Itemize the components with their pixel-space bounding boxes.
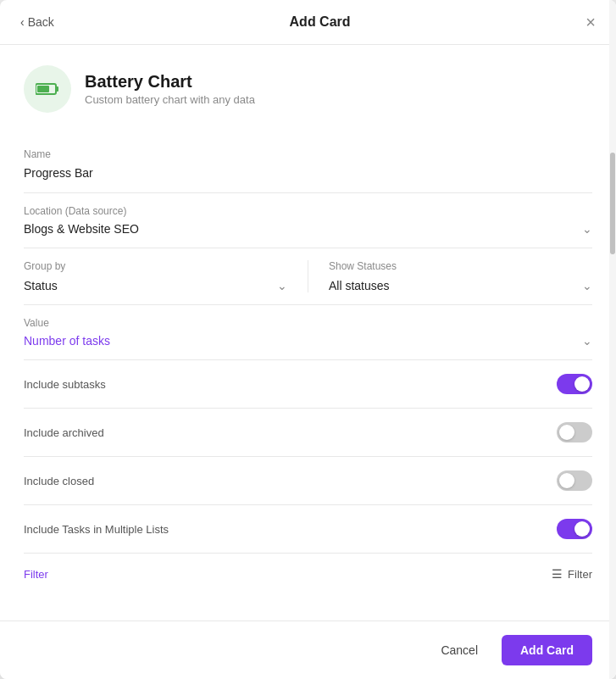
include-archived-toggle[interactable] xyxy=(557,422,592,442)
back-label: Back xyxy=(28,15,54,29)
form-section: Name Location (Data source) Blogs & Webs… xyxy=(24,136,592,594)
modal-footer: Cancel Add Card xyxy=(0,621,616,679)
modal-header: ‹ Back Add Card × xyxy=(0,0,616,45)
add-card-modal: ‹ Back Add Card × Battery Chart Custom b… xyxy=(0,0,616,679)
include-multiple-toggle[interactable] xyxy=(557,519,592,539)
card-info: Battery Chart Custom battery chart with … xyxy=(85,72,255,106)
location-label: Location (Data source) xyxy=(24,205,592,217)
scrollbar-track xyxy=(609,0,616,679)
group-statuses-row: Group by Status ⌄ Show Statuses All stat… xyxy=(24,248,592,305)
filter-icon: ☰ xyxy=(552,567,563,581)
include-multiple-thumb xyxy=(574,521,590,537)
close-icon: × xyxy=(585,13,596,31)
svg-rect-2 xyxy=(37,86,49,92)
filter-row: Filter ☰ Filter xyxy=(24,554,592,594)
filter-button[interactable]: ☰ Filter xyxy=(552,567,592,581)
filter-label: Filter xyxy=(24,568,48,581)
scrollbar-thumb[interactable] xyxy=(610,153,615,254)
value-label: Value xyxy=(24,317,592,329)
include-subtasks-row: Include subtasks xyxy=(24,360,592,409)
include-multiple-label: Include Tasks in Multiple Lists xyxy=(24,523,169,536)
filter-btn-label: Filter xyxy=(568,568,592,581)
location-select[interactable]: Blogs & Website SEO ⌄ xyxy=(24,222,592,236)
include-archived-thumb xyxy=(559,425,574,440)
name-input[interactable] xyxy=(24,166,592,180)
show-statuses-value: All statuses xyxy=(329,279,390,292)
include-closed-track xyxy=(557,470,592,491)
show-statuses-chevron-icon: ⌄ xyxy=(582,279,592,292)
name-field-group: Name xyxy=(24,136,592,193)
battery-icon xyxy=(36,82,59,96)
include-subtasks-thumb xyxy=(574,376,590,392)
include-closed-label: Include closed xyxy=(24,475,94,487)
modal-body: Battery Chart Custom battery chart with … xyxy=(0,45,616,621)
include-closed-row: Include closed xyxy=(24,457,592,505)
card-header: Battery Chart Custom battery chart with … xyxy=(24,65,592,113)
value-value: Number of tasks xyxy=(24,334,110,348)
value-chevron-icon: ⌄ xyxy=(582,334,592,348)
group-by-col: Group by Status ⌄ xyxy=(24,260,308,292)
card-type-desc: Custom battery chart with any data xyxy=(85,93,255,106)
location-value: Blogs & Website SEO xyxy=(24,222,139,236)
include-subtasks-label: Include subtasks xyxy=(24,378,106,391)
show-statuses-label: Show Statuses xyxy=(329,260,592,272)
include-archived-label: Include archived xyxy=(24,426,104,439)
location-field-group: Location (Data source) Blogs & Website S… xyxy=(24,193,592,248)
include-multiple-row: Include Tasks in Multiple Lists xyxy=(24,505,592,554)
group-by-label: Group by xyxy=(24,260,287,272)
include-multiple-track xyxy=(557,519,592,539)
cancel-button[interactable]: Cancel xyxy=(427,637,491,664)
group-by-chevron-icon: ⌄ xyxy=(277,279,287,292)
chevron-left-icon: ‹ xyxy=(20,15,25,29)
include-archived-track xyxy=(557,422,592,442)
show-statuses-select[interactable]: All statuses ⌄ xyxy=(329,279,592,292)
value-field-group: Value Number of tasks ⌄ xyxy=(24,305,592,360)
value-select[interactable]: Number of tasks ⌄ xyxy=(24,334,592,348)
cancel-label: Cancel xyxy=(441,643,478,657)
include-closed-toggle[interactable] xyxy=(557,470,592,491)
group-by-value: Status xyxy=(24,279,58,292)
include-archived-row: Include archived xyxy=(24,409,592,457)
back-button[interactable]: ‹ Back xyxy=(20,15,54,29)
close-button[interactable]: × xyxy=(585,14,596,31)
card-type-name: Battery Chart xyxy=(85,72,255,92)
card-icon-container xyxy=(24,65,71,113)
chevron-down-icon: ⌄ xyxy=(582,222,592,236)
show-statuses-col: Show Statuses All statuses ⌄ xyxy=(329,260,592,292)
include-closed-thumb xyxy=(559,473,574,488)
add-card-button[interactable]: Add Card xyxy=(502,635,592,665)
modal-title: Add Card xyxy=(290,14,351,30)
name-label: Name xyxy=(24,148,592,160)
include-subtasks-toggle[interactable] xyxy=(557,374,592,394)
group-by-select[interactable]: Status ⌄ xyxy=(24,279,287,292)
include-subtasks-track xyxy=(557,374,592,394)
svg-rect-1 xyxy=(56,86,58,92)
add-card-label: Add Card xyxy=(520,643,574,657)
